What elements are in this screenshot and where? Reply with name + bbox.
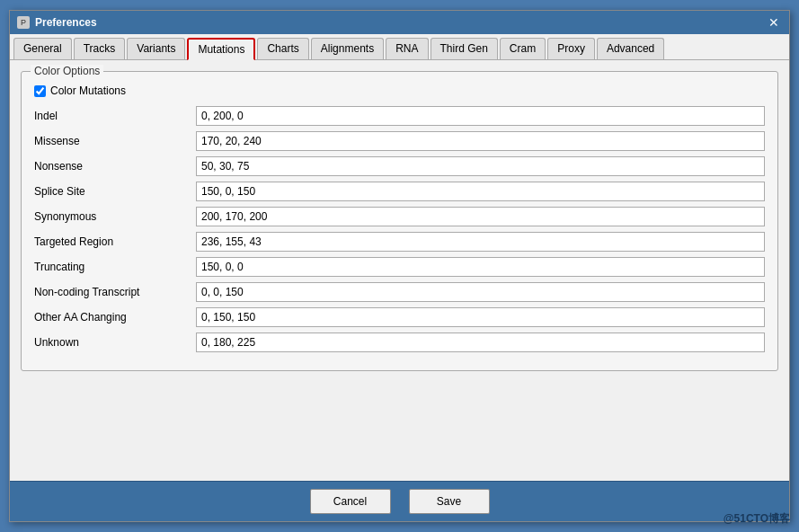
field-row-4: Synonymous [34,207,765,226]
tab-proxy[interactable]: Proxy [547,38,595,59]
field-row-5: Targeted Region [34,232,765,252]
field-input-1[interactable] [196,131,765,151]
field-input-4[interactable] [196,207,765,226]
field-input-8[interactable] [196,307,765,327]
tab-advanced[interactable]: Advanced [597,38,664,59]
tab-mutations[interactable]: Mutations [187,38,255,60]
field-row-3: Splice Site [34,182,765,201]
cancel-button[interactable]: Cancel [310,489,391,514]
field-input-6[interactable] [196,257,765,277]
footer: Cancel Save [10,481,789,521]
save-button[interactable]: Save [409,489,490,514]
field-label-6: Truncating [34,261,196,273]
color-mutations-row: Color Mutations [34,84,765,97]
watermark: @51CTO博客 [724,511,790,527]
content-area: Color Options Color Mutations IndelMisse… [10,60,789,481]
field-label-8: Other AA Changing [34,311,196,324]
field-row-6: Truncating [34,257,765,277]
title-bar: P Preferences ✕ [10,11,789,34]
tab-variants[interactable]: Variants [127,38,185,59]
window-title: Preferences [35,16,97,29]
field-input-3[interactable] [196,182,765,201]
field-input-0[interactable] [196,106,765,126]
field-input-2[interactable] [196,156,765,176]
fields-container: IndelMissenseNonsenseSplice SiteSynonymo… [34,106,765,352]
field-row-0: Indel [34,106,765,126]
field-label-0: Indel [34,110,196,122]
field-label-1: Missense [34,135,196,147]
tab-cram[interactable]: Cram [500,38,546,59]
title-bar-left: P Preferences [17,16,97,29]
tab-thirdgen[interactable]: Third Gen [431,38,498,59]
field-label-4: Synonymous [34,210,196,223]
field-row-9: Unknown [34,332,765,352]
color-mutations-checkbox[interactable] [34,85,46,97]
field-input-9[interactable] [196,332,765,352]
field-label-5: Targeted Region [34,235,196,248]
field-label-7: Non-coding Transcript [34,286,196,298]
field-label-9: Unknown [34,336,196,349]
tab-tracks[interactable]: Tracks [74,38,126,59]
field-row-1: Missense [34,131,765,151]
field-row-7: Non-coding Transcript [34,282,765,302]
tab-bar: GeneralTracksVariantsMutationsChartsAlig… [10,34,789,60]
group-title: Color Options [31,65,103,77]
tab-charts[interactable]: Charts [257,38,308,59]
color-mutations-label: Color Mutations [50,84,126,97]
field-input-5[interactable] [196,232,765,252]
preferences-window: P Preferences ✕ GeneralTracksVariantsMut… [9,10,790,522]
field-input-7[interactable] [196,282,765,302]
tab-general[interactable]: General [13,38,72,59]
close-button[interactable]: ✕ [766,14,782,31]
field-row-8: Other AA Changing [34,307,765,327]
field-label-3: Splice Site [34,185,196,198]
app-icon: P [17,16,30,29]
color-options-group: Color Options Color Mutations IndelMisse… [21,71,778,371]
tab-alignments[interactable]: Alignments [311,38,384,59]
tab-rna[interactable]: RNA [386,38,428,59]
field-label-2: Nonsense [34,160,196,173]
field-row-2: Nonsense [34,156,765,176]
